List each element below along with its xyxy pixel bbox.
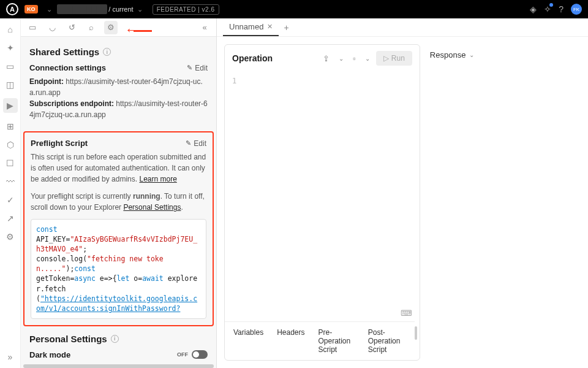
- breadcrumb-variant[interactable]: / current: [108, 6, 133, 13]
- explorer-icon[interactable]: ▶: [3, 98, 18, 113]
- org-badge: KO: [24, 5, 38, 13]
- chevron-down-icon[interactable]: ⌄: [137, 6, 143, 13]
- dark-mode-toggle[interactable]: OFF: [177, 350, 208, 359]
- tab-variables[interactable]: Variables: [233, 328, 263, 354]
- annotation-arrow: [125, 22, 152, 38]
- bookmark-icon[interactable]: ◡: [45, 21, 59, 34]
- apollo-logo[interactable]: A: [6, 3, 18, 15]
- preflight-desc: This script is run before each operation…: [31, 151, 206, 185]
- docs-tab-icon[interactable]: ▭: [26, 21, 39, 34]
- vertical-scrollbar[interactable]: [415, 326, 417, 340]
- launches-icon[interactable]: ↗: [6, 213, 15, 223]
- chevron-down-icon[interactable]: ⌄: [469, 52, 474, 58]
- preflight-code: const API_KEY="AIzaSyBGEWuarfRs4vVIzbdPj…: [31, 219, 206, 319]
- history-icon[interactable]: ↺: [65, 21, 78, 34]
- response-header[interactable]: Response ⌄: [430, 50, 578, 59]
- response-pane: Response ⌄: [428, 44, 581, 361]
- expand-icon[interactable]: »: [6, 352, 15, 362]
- save-icon[interactable]: ▫: [350, 52, 359, 65]
- settings-panel: ▭ ◡ ↺ ⌕ ⚙ « Shared Settings i Connection…: [21, 18, 217, 368]
- horizontal-scrollbar[interactable]: [23, 364, 214, 368]
- doc-icon[interactable]: ▭: [6, 61, 15, 71]
- chevron-down-icon[interactable]: ⌄: [365, 55, 370, 62]
- add-icon[interactable]: ⊞: [6, 121, 15, 131]
- avatar[interactable]: FK: [571, 4, 582, 15]
- breadcrumb-graph[interactable]: ██████: [57, 4, 108, 14]
- code-editor[interactable]: 1: [225, 72, 420, 305]
- connection-settings: Connection settings ✎Edit Endpoint: http…: [29, 63, 208, 120]
- federation-tag: FEDERATED | v2.6: [153, 4, 219, 15]
- preflight-status: Your preflight script is currently runni…: [31, 191, 206, 213]
- preflight-title: Preflight Script: [31, 139, 88, 148]
- keyboard-shortcuts-icon[interactable]: ⌨: [401, 309, 412, 318]
- connection-title: Connection settings: [29, 63, 106, 72]
- operation-pane: Operation ⇪ ⌄ ▫ ⌄ ▷ Run 1 ⌨ Variables He…: [224, 44, 420, 361]
- personal-settings-link[interactable]: Personal Settings: [123, 203, 181, 212]
- operation-title: Operation: [232, 53, 314, 63]
- subgraphs-icon[interactable]: ⬡: [6, 140, 15, 150]
- share-icon[interactable]: ⇪: [320, 52, 333, 65]
- info-icon[interactable]: i: [111, 335, 119, 343]
- metrics-icon[interactable]: 〰: [6, 177, 15, 186]
- workspace: Unnamed ✕ + Operation ⇪ ⌄ ▫ ⌄ ▷ Run 1 ⌨: [217, 18, 588, 368]
- close-icon[interactable]: ✕: [267, 23, 273, 31]
- tab-pre-op-script[interactable]: Pre-Operation Script: [318, 328, 355, 354]
- edit-connection-button[interactable]: ✎Edit: [187, 64, 208, 72]
- gear-icon[interactable]: ⚙: [104, 21, 118, 34]
- personal-settings-title: Personal Settings i: [29, 334, 208, 344]
- visibility-icon[interactable]: ◈: [530, 4, 537, 14]
- clients-icon[interactable]: ☐: [6, 158, 15, 168]
- announcements-icon[interactable]: ✧: [544, 4, 551, 14]
- collapse-panel-icon[interactable]: «: [198, 21, 211, 34]
- operation-tab[interactable]: Unnamed ✕: [223, 18, 279, 36]
- home-icon[interactable]: ⌂: [6, 25, 15, 34]
- run-button[interactable]: ▷ Run: [376, 51, 412, 66]
- settings-icon[interactable]: ⚙: [6, 232, 15, 242]
- tab-post-op-script[interactable]: Post-Operation Script: [368, 328, 406, 354]
- tab-headers[interactable]: Headers: [277, 328, 304, 354]
- info-icon[interactable]: i: [103, 48, 111, 56]
- edit-preflight-button[interactable]: ✎Edit: [186, 139, 206, 148]
- left-nav: ⌂ ✦ ▭ ◫ ▶ ⊞ ⬡ ☐ 〰 ✓ ↗ ⚙ »: [0, 18, 21, 368]
- subs-endpoint-row: Subscriptions endpoint: https://ausimity…: [29, 98, 208, 120]
- help-icon[interactable]: ?: [559, 4, 564, 14]
- new-tab-button[interactable]: +: [284, 23, 288, 33]
- schema-icon[interactable]: ◫: [6, 80, 15, 90]
- chevron-down-icon[interactable]: ⌄: [47, 6, 52, 13]
- chevron-down-icon[interactable]: ⌄: [339, 55, 344, 62]
- dark-mode-row: Dark mode OFF: [29, 350, 208, 359]
- endpoint-row: Endpoint: https://ausimity-test-router-6…: [29, 76, 208, 98]
- search-icon[interactable]: ⌕: [85, 21, 98, 34]
- checks-icon[interactable]: ✓: [6, 195, 15, 205]
- learn-more-link[interactable]: Learn more: [139, 175, 176, 183]
- sparkle-icon[interactable]: ✦: [6, 43, 15, 53]
- preflight-highlight: Preflight Script ✎Edit This script is ru…: [23, 131, 214, 326]
- shared-settings-title: Shared Settings i: [29, 47, 208, 57]
